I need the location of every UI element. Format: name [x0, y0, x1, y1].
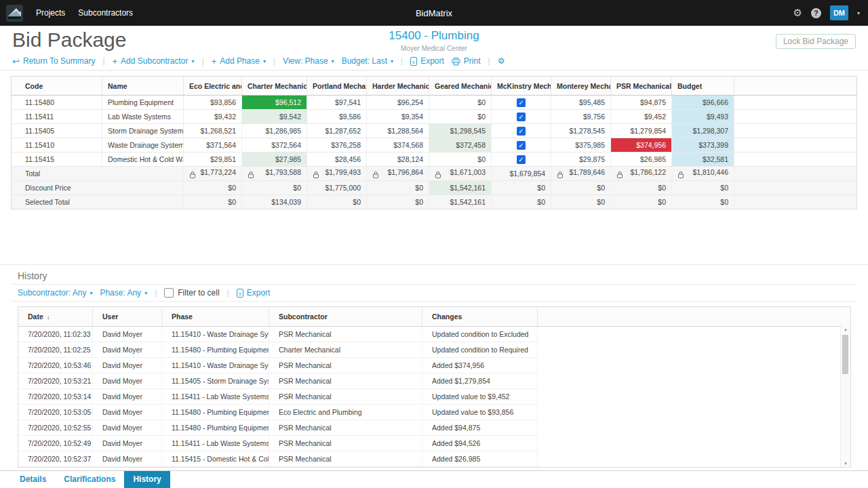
phase-name-cell[interactable]: Plumbing Equipment [102, 96, 184, 110]
bid-column-header-budget[interactable]: Budget [672, 77, 734, 96]
grid-settings-gear-icon[interactable]: ⚙ [498, 56, 505, 66]
filter-to-cell-checkbox[interactable]: Filter to cell [164, 288, 219, 298]
nav-projects[interactable]: Projects [36, 8, 65, 18]
required-checkbox[interactable]: ✓ [517, 98, 526, 107]
phase-code-cell[interactable]: 11.15480 [12, 96, 102, 110]
bid-value-cell[interactable]: $0 [429, 110, 492, 124]
bid-value-cell[interactable]: $0 [429, 96, 492, 110]
bid-value-cell[interactable]: $26,985 [611, 152, 672, 167]
export-button[interactable]: x Export [410, 56, 444, 66]
bid-value-cell[interactable]: $1,268,521 [184, 124, 242, 138]
settings-gear-icon[interactable]: ⚙ [793, 7, 802, 19]
phase-name-cell[interactable]: Waste Drainage Systems [102, 138, 184, 152]
bid-value-cell[interactable]: $374,568 [367, 138, 429, 152]
bid-value-cell[interactable]: $94,875 [611, 96, 672, 110]
bid-value-cell[interactable]: $96,254 [367, 96, 429, 110]
bid-value-cell[interactable]: $1,298,307 [672, 124, 734, 138]
bid-column-header-eco-electric-and-plu[interactable]: Eco Electric and Plu [184, 77, 242, 96]
phase-name-cell[interactable]: Storm Drainage Systems [102, 124, 184, 138]
summary-value-cell: $1,679,854 [492, 167, 551, 181]
bid-column-header-psr-mechanical[interactable]: PSR Mechanical [611, 77, 672, 96]
budget-last-dropdown[interactable]: Budget: Last ▾ [342, 56, 393, 66]
bid-value-cell[interactable]: $374,956 [611, 138, 672, 152]
bid-value-cell[interactable]: $1,279,854 [611, 124, 672, 138]
return-to-summary-link[interactable]: ↩ Return To Summary [12, 56, 95, 66]
summary-value-cell: $0 [672, 181, 734, 195]
bid-value-cell[interactable]: $29,851 [184, 152, 242, 167]
bid-value-cell[interactable]: $9,542 [242, 110, 307, 124]
required-checkbox[interactable]: ✓ [517, 141, 526, 150]
bid-value-cell[interactable]: $371,564 [184, 138, 242, 152]
bid-value-cell[interactable]: $28,124 [367, 152, 429, 167]
print-button[interactable]: Print [452, 56, 481, 66]
phase-name-cell[interactable]: Domestic Hot & Cold Water [102, 152, 184, 167]
bid-value-cell[interactable]: $0 [429, 152, 492, 167]
bid-value-cell[interactable]: $96,666 [672, 96, 734, 110]
bid-value-cell[interactable]: $9,756 [551, 110, 611, 124]
phase-code-cell[interactable]: 11.15405 [12, 124, 102, 138]
bid-value-cell[interactable]: $29,875 [551, 152, 611, 167]
add-phase-button[interactable]: + Add Phase ▾ [212, 56, 266, 66]
bid-value-cell[interactable]: $96,512 [242, 96, 307, 110]
view-phase-dropdown[interactable]: View: Phase ▾ [283, 56, 334, 66]
nav-subcontractors[interactable]: Subcontractors [78, 8, 133, 18]
toolbar-separator [488, 56, 490, 66]
help-icon[interactable]: ? [811, 8, 821, 18]
bid-value-cell[interactable]: $9,354 [367, 110, 429, 124]
phase-code-cell[interactable]: 11.15410 [12, 138, 102, 152]
phase-code-cell[interactable]: 11.15411 [12, 110, 102, 124]
bid-value-cell[interactable]: $93,856 [184, 96, 242, 110]
bid-value-cell[interactable]: $28,456 [307, 152, 367, 167]
history-scrollbar[interactable]: ▲ ▼ [840, 326, 850, 467]
bid-value-cell[interactable]: $9,493 [672, 110, 734, 124]
bid-value-cell[interactable]: $1,286,985 [242, 124, 307, 138]
history-column-header-user[interactable]: User [93, 307, 162, 326]
scrollbar-thumb[interactable] [842, 335, 848, 374]
bid-column-header-code[interactable]: Code [12, 77, 102, 96]
required-checkbox[interactable]: ✓ [517, 155, 526, 164]
bid-value-cell[interactable]: $373,399 [672, 138, 734, 152]
tab-clarifications[interactable]: Clarifications [55, 471, 124, 488]
tab-details[interactable]: Details [11, 471, 55, 488]
required-checkbox[interactable]: ✓ [517, 113, 526, 121]
lock-bid-package-button[interactable]: Lock Bid Package [776, 34, 856, 49]
bid-value-cell[interactable]: $1,298,545 [429, 124, 492, 138]
filter-subcontractor-dropdown[interactable]: Subcontractor: Any ▾ [18, 288, 92, 298]
tab-history[interactable]: History [124, 471, 170, 488]
scrollbar-down-arrow-icon[interactable]: ▼ [841, 462, 850, 466]
user-avatar[interactable]: DM [830, 5, 848, 20]
phase-code-cell[interactable]: 11.15415 [12, 152, 102, 167]
phase-name-cell[interactable]: Lab Waste Systems [102, 110, 184, 124]
bid-value-cell[interactable]: $9,586 [307, 110, 367, 124]
bid-value-cell[interactable]: $32,581 [672, 152, 734, 167]
bid-value-cell[interactable]: $375,985 [551, 138, 611, 152]
bid-value-cell[interactable]: $9,452 [611, 110, 672, 124]
bid-value-cell[interactable]: $97,541 [307, 96, 367, 110]
bid-value-cell[interactable]: $376,258 [307, 138, 367, 152]
bid-column-header-portland-mechanic[interactable]: Portland Mechanic [307, 77, 367, 96]
bid-column-header-monterey-mechani[interactable]: Monterey Mechani [551, 77, 611, 96]
filter-phase-dropdown[interactable]: Phase: Any ▾ [100, 288, 147, 298]
bid-column-header-harder-mechanical[interactable]: Harder Mechanical [367, 77, 429, 96]
history-column-header-phase[interactable]: Phase [162, 307, 269, 326]
bid-value-cell[interactable]: $95,485 [551, 96, 611, 110]
bid-value-cell[interactable]: $27,985 [242, 152, 307, 167]
bid-value-cell[interactable]: $372,458 [429, 138, 492, 152]
history-column-header-changes[interactable]: Changes [422, 307, 538, 326]
bid-value-cell[interactable]: $1,278,545 [551, 124, 611, 138]
bid-value-cell[interactable]: $372,564 [242, 138, 307, 152]
bid-column-header-name[interactable]: Name [102, 77, 184, 96]
add-subcontractor-button[interactable]: + Add Subcontractor ▾ [113, 56, 195, 66]
history-column-header-date[interactable]: Date↓ [18, 307, 93, 326]
bid-value-cell[interactable]: $9,432 [184, 110, 242, 124]
history-column-header-subcontractor[interactable]: Subcontractor [269, 307, 422, 326]
user-menu-caret-icon[interactable]: ▾ [857, 10, 860, 16]
scrollbar-up-arrow-icon[interactable]: ▲ [841, 327, 850, 331]
required-checkbox[interactable]: ✓ [517, 127, 526, 136]
bid-column-header-geared-mechanical[interactable]: Geared Mechanical [429, 77, 492, 96]
bid-value-cell[interactable]: $1,288,564 [367, 124, 429, 138]
bid-column-header-charter-mechanical[interactable]: Charter Mechanical [242, 77, 307, 96]
bid-value-cell[interactable]: $1,287,652 [307, 124, 367, 138]
history-export-button[interactable]: x Export [237, 288, 271, 298]
bid-column-header-mckinstry-mechani[interactable]: McKinstry Mechani [492, 77, 551, 96]
